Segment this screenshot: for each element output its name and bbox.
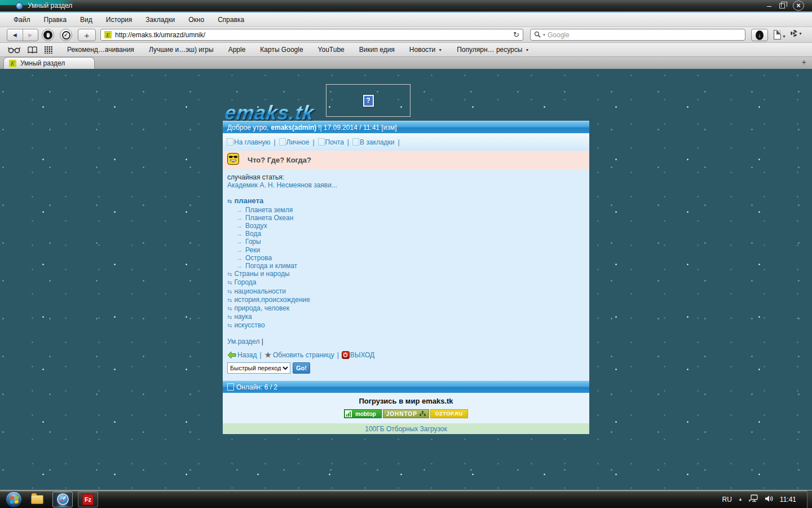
tree-link[interactable]: Планета Океан bbox=[245, 214, 293, 222]
bookmark-item-wikipedia[interactable]: Викип едия bbox=[352, 46, 402, 54]
download-icon: ↓ bbox=[756, 30, 764, 40]
tree-item-iskusstvo: ⇆искусство bbox=[227, 321, 585, 330]
check-extension-button[interactable]: ✓ bbox=[60, 29, 72, 41]
broken-image-icon bbox=[279, 138, 286, 146]
url-input[interactable] bbox=[115, 31, 510, 39]
reading-list-icon[interactable] bbox=[8, 46, 20, 54]
page-menu-button[interactable]: ▼ bbox=[774, 30, 786, 40]
add-bookmark-button[interactable]: + bbox=[78, 29, 96, 41]
oztop-label: OZTOP.RU bbox=[435, 411, 463, 417]
go-button[interactable]: Go! bbox=[293, 362, 310, 374]
taskbar-filezilla-button[interactable]: Fz bbox=[78, 492, 98, 507]
nav-link-personal[interactable]: Личное bbox=[286, 138, 310, 146]
tab-bar: E Умный раздел + bbox=[0, 57, 812, 69]
um-razdel-link[interactable]: Ум.раздел bbox=[227, 338, 259, 345]
tree-link[interactable]: Планета земля bbox=[245, 206, 293, 214]
search-engine-caret-icon[interactable]: ▼ bbox=[542, 33, 546, 37]
bookmark-item-youtube[interactable]: YouTube bbox=[311, 46, 352, 54]
bookmark-folder-popular[interactable]: Популярн… ресурсы ▼ bbox=[449, 46, 536, 54]
tab-umny-razdel[interactable]: E Умный раздел bbox=[3, 57, 95, 69]
tree-link[interactable]: Города bbox=[234, 278, 256, 286]
bookmark-label: Викип едия bbox=[359, 46, 395, 54]
top-sites-grid-icon[interactable] bbox=[45, 46, 52, 54]
menu-bookmarks[interactable]: Закладки bbox=[139, 16, 182, 24]
tree-link[interactable]: национальности bbox=[234, 287, 286, 295]
language-indicator[interactable]: RU bbox=[722, 496, 732, 503]
search-bar[interactable]: ▼ bbox=[530, 29, 745, 41]
downloads-link[interactable]: 100ГБ Отборных Загрузок bbox=[365, 425, 447, 433]
tree-item-nauka: ⇆наука bbox=[227, 313, 585, 321]
tree-link[interactable]: Реки bbox=[245, 246, 260, 254]
logout-link[interactable]: ВЫХОД bbox=[350, 351, 374, 359]
tree-link[interactable]: Вода bbox=[245, 230, 261, 238]
tree-link[interactable]: природа, человек bbox=[234, 304, 289, 312]
broken-image-icon bbox=[227, 138, 233, 146]
start-button[interactable] bbox=[6, 491, 22, 507]
promo-area: Погрузись в мир emaks.tk mobtop JOHNTOP … bbox=[223, 393, 589, 423]
bookmarks-book-icon[interactable] bbox=[28, 46, 37, 54]
back-button[interactable]: ◀ bbox=[7, 29, 23, 41]
downloads-button[interactable]: ↓ bbox=[751, 29, 768, 41]
menu-view[interactable]: Вид bbox=[73, 16, 99, 24]
power-icon bbox=[342, 351, 350, 359]
tree-link[interactable]: история,происхождение bbox=[234, 296, 310, 304]
nav-link-home[interactable]: На главную bbox=[234, 138, 270, 146]
window-title: Умный раздел bbox=[28, 2, 72, 10]
arrow-icon: → bbox=[236, 255, 242, 261]
tray-expand-icon[interactable]: ▲ bbox=[738, 497, 743, 502]
bookmark-folder-news[interactable]: Новости ▼ bbox=[402, 46, 449, 54]
tree-link[interactable]: Погода и климат bbox=[245, 262, 297, 270]
back-link[interactable]: Назад bbox=[237, 351, 257, 359]
site-logo[interactable]: emaks.tk bbox=[223, 102, 315, 124]
refresh-link[interactable]: Обновить страницу bbox=[273, 351, 334, 359]
menu-history[interactable]: История bbox=[99, 16, 139, 24]
tree-item-planeta-zemlya: →Планета земля bbox=[227, 206, 585, 214]
bookmark-item-recommended[interactable]: Рекоменд…ачивания bbox=[60, 46, 142, 54]
hand-extension-button[interactable] bbox=[42, 29, 54, 41]
tree-link[interactable]: наука bbox=[234, 313, 251, 321]
menu-window[interactable]: Окно bbox=[182, 16, 211, 24]
broken-banner-image: ? bbox=[326, 84, 411, 117]
close-button[interactable]: × bbox=[793, 1, 804, 11]
tree-link[interactable]: Горы bbox=[245, 238, 261, 246]
nav-link-bookmark[interactable]: В закладки bbox=[360, 138, 395, 146]
taskbar-explorer-button[interactable] bbox=[27, 492, 47, 507]
tree-link[interactable]: планета bbox=[234, 196, 263, 205]
quick-jump-select[interactable]: Быстрый переход bbox=[227, 362, 290, 374]
datetime-text: !| 17.09.2014 / 11:41 [изм] bbox=[318, 124, 396, 132]
menu-file[interactable]: Файл bbox=[7, 16, 37, 24]
forward-button[interactable]: ▶ bbox=[23, 29, 38, 41]
nav-link-mail[interactable]: Почта bbox=[325, 138, 344, 146]
settings-menu-button[interactable]: ▼ bbox=[791, 30, 802, 37]
show-desktop-button[interactable] bbox=[807, 491, 812, 508]
clock[interactable]: 11:41 bbox=[780, 496, 796, 503]
site-nav-bar: На главную | Личное | Почта | В закладки… bbox=[223, 133, 589, 151]
johntop-badge[interactable]: JOHNTOP bbox=[383, 409, 429, 418]
menu-help[interactable]: Справка bbox=[211, 16, 251, 24]
tree-item-planeta-okean: →Планета Океан bbox=[227, 214, 585, 222]
tree-link[interactable]: Страны и народы bbox=[234, 270, 289, 278]
bookmark-item-best-games[interactable]: Лучшие и…эш) игры bbox=[142, 46, 221, 54]
bookmark-item-apple[interactable]: Apple bbox=[221, 46, 253, 54]
address-bar[interactable]: E ↻ bbox=[100, 29, 523, 41]
network-icon[interactable] bbox=[749, 494, 758, 504]
random-article-link[interactable]: Академик А. Н. Несмеянов заяви... bbox=[227, 181, 337, 189]
tree-link[interactable]: Острова bbox=[245, 254, 272, 262]
reload-icon[interactable]: ↻ bbox=[513, 30, 519, 39]
menu-edit[interactable]: Правка bbox=[37, 16, 74, 24]
volume-icon[interactable] bbox=[765, 495, 774, 504]
tree-link[interactable]: Воздух bbox=[245, 222, 267, 230]
bookmark-item-google-maps[interactable]: Карты Google bbox=[253, 46, 310, 54]
taskbar-safari-button[interactable] bbox=[52, 492, 73, 507]
category-tree: ⇆планета →Планета земля →Планета Океан →… bbox=[227, 197, 585, 330]
tree-link[interactable]: искусство bbox=[234, 321, 264, 329]
bookmark-label: Лучшие и…эш) игры bbox=[149, 46, 214, 54]
mobtop-badge[interactable]: mobtop bbox=[344, 409, 382, 418]
new-tab-button[interactable]: + bbox=[802, 58, 806, 67]
restore-button[interactable] bbox=[779, 3, 785, 8]
um-razdel-row: Ум.раздел | bbox=[227, 338, 585, 345]
window-titlebar: Умный раздел – × bbox=[0, 0, 812, 11]
search-input[interactable] bbox=[548, 31, 742, 39]
minimize-button[interactable]: – bbox=[767, 3, 771, 8]
oztop-badge[interactable]: OZTOP.RU bbox=[430, 409, 468, 418]
